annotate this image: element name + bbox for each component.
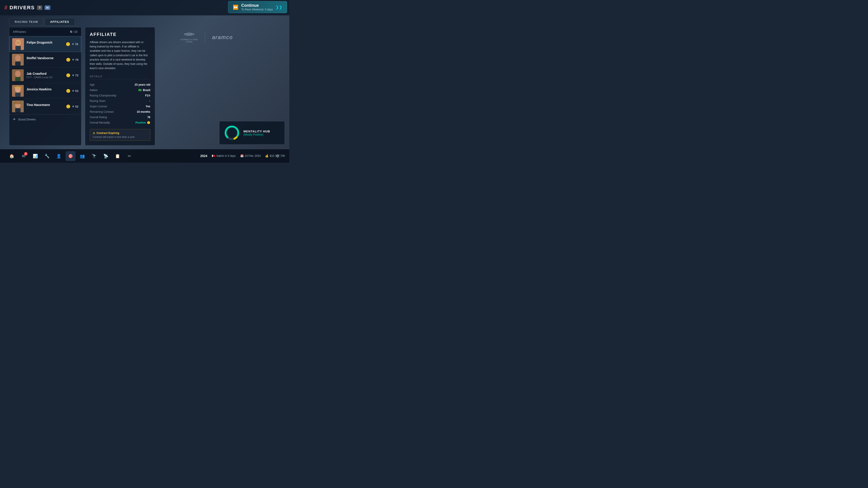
mentality-text-block: MENTALITY HUB (Mostly Positive) (243, 130, 270, 136)
hotkey-badge[interactable]: H (44, 5, 51, 10)
label-mentality: Overall Mentality (90, 121, 110, 124)
driver-item-tina[interactable]: Tina Hausmann - 🙂 ★ 52 (9, 99, 81, 114)
continue-arrow-icon: ❯❯ (276, 5, 282, 10)
value-racing-team: - (149, 99, 150, 103)
svg-point-3 (16, 41, 20, 44)
driver-name-jessica: Jessica Hawkins (26, 88, 66, 91)
value-overall-rating: 76 (147, 116, 150, 119)
location-text: Sakhir in 5 days (216, 154, 236, 158)
driver-team-jessica: - (26, 92, 66, 94)
panel-header: Affiliates 5 / 10 (9, 27, 81, 36)
driver-item-jessica[interactable]: Jessica Hawkins - 🙂 ★ 53 (9, 83, 81, 99)
header: // DRIVERS ? H ⏩ Continue To Race Weeken… (0, 0, 289, 15)
nav-driver[interactable]: 👤 (54, 151, 64, 161)
nation-text: Brazil (143, 89, 150, 92)
nav-contracts[interactable]: 📋 (113, 151, 123, 161)
detail-row-contract: Remaining Contract 10 months (90, 109, 150, 115)
help-badge[interactable]: ? (37, 5, 42, 10)
value-age: 23 years old (135, 83, 150, 86)
page-title: DRIVERS (9, 5, 35, 11)
svg-rect-16 (14, 102, 22, 104)
svg-rect-13 (15, 93, 21, 97)
status-year: 2024 (200, 154, 207, 158)
rating-value-jak: 72 (75, 74, 79, 77)
value-nation: 🇧🇷 Brazil (138, 89, 150, 92)
mentality-hub-title: MENTALITY HUB (243, 130, 270, 133)
details-panel: AFFILIATE Affiliate drivers are drivers … (85, 27, 155, 145)
star-icon-2: ★ (72, 58, 74, 61)
nav-strategy[interactable]: 📡 (101, 151, 111, 161)
scout-drivers-button[interactable]: 👁 Scout Drivers (9, 114, 81, 124)
affiliate-description: Affiliate drivers are drivers associated… (90, 40, 150, 70)
calendar-icon: 📅 (240, 154, 244, 158)
label-overall-rating: Overall Rating (90, 116, 107, 119)
avatar-stoffel (12, 54, 24, 66)
mentality-hub[interactable]: MENTALITY HUB (Mostly Positive) (219, 121, 285, 144)
driver-info-felipe: Felipe Drugovich - (27, 41, 66, 47)
main-content: Affiliates 5 / 10 Felip (9, 27, 155, 145)
svg-point-5 (15, 55, 21, 61)
date-text: 24 Feb, 2024 (245, 154, 261, 158)
aramco-logo: aramco (212, 34, 233, 40)
driver-info-jak: Jak Crawford F2™ - DAMS Lucas Oil (26, 72, 66, 78)
rating-felipe: ★ 76 (72, 42, 78, 46)
nav-mail[interactable]: ✉ 3 (19, 151, 29, 161)
avatar-tina (12, 101, 24, 112)
driver-name-felipe: Felipe Drugovich (27, 41, 66, 44)
driver-team-stoffel: - (26, 60, 66, 63)
location-flag-icon: 🇧🇭 (212, 154, 215, 158)
svg-rect-12 (14, 87, 22, 89)
label-racing-team: Racing Team (90, 99, 105, 103)
driver-team-tina: - (26, 107, 66, 110)
aston-martin-logo: FORMULA ONE TEAM (180, 32, 198, 43)
brazil-flag-icon: 🇧🇷 (138, 89, 142, 92)
avatar-felipe (12, 38, 24, 50)
detail-row-overall-rating: Overall Rating 76 (90, 115, 150, 120)
nav-team[interactable]: 👥 (77, 151, 87, 161)
continue-button[interactable]: ⏩ Continue To Race Weekend, 5 days ❯❯ (228, 1, 287, 13)
svg-point-8 (15, 71, 21, 77)
svg-point-22 (227, 128, 237, 137)
header-title: // DRIVERS ? H (4, 5, 51, 11)
affiliates-panel: Affiliates 5 / 10 Felip (9, 27, 81, 145)
tab-bar: RACING TEAM AFFILIATES (9, 18, 75, 26)
driver-stats-stoffel: 🙂 ★ 78 (66, 58, 79, 62)
label-age: Age (90, 83, 94, 86)
mentality-hub-subtitle: (Mostly Positive) (243, 133, 270, 136)
nav-current[interactable]: 🎯 (66, 151, 75, 161)
nav-stats[interactable]: 📊 (30, 151, 40, 161)
continue-icon: ⏩ (233, 4, 239, 10)
bottom-nav: 🏠 ✉ 3 📊 🔧 👤 🎯 👥 🔭 📡 📋 ✂ ⚙ 2024 🇧🇭 Sakhir… (0, 149, 289, 163)
driver-item-jak[interactable]: Jak Crawford F2™ - DAMS Lucas Oil 🙂 ★ 72 (9, 68, 81, 83)
driver-stats-jessica: 🙂 ★ 53 (66, 89, 79, 93)
value-championship: F1® (145, 94, 150, 97)
nav-car[interactable]: 🔧 (42, 151, 52, 161)
detail-row-championship: Racing Championship F1® (90, 93, 150, 98)
money-text: $15,777,709 (270, 154, 285, 158)
header-slashes: // (4, 5, 7, 11)
tab-racing-team[interactable]: RACING TEAM (9, 18, 43, 26)
label-super-license: Super License (90, 105, 107, 108)
driver-name-tina: Tina Hausmann (26, 103, 66, 107)
driver-name-jak: Jak Crawford (26, 72, 66, 75)
nav-home[interactable]: 🏠 (7, 151, 17, 161)
continue-label: Continue (241, 3, 273, 8)
status-location: 🇧🇭 Sakhir in 5 days (212, 154, 236, 158)
star-icon: ★ (72, 42, 74, 46)
value-contract: 10 months (137, 110, 150, 113)
nav-scout[interactable]: 🔭 (89, 151, 99, 161)
avatar-jak (12, 69, 24, 81)
status-money: 💰 $15,777,709 (265, 154, 285, 158)
label-nation: Nation (90, 89, 98, 92)
driver-list: Felipe Drugovich - 🙂 ★ 76 (9, 36, 81, 114)
driver-item-felipe[interactable]: Felipe Drugovich - 🙂 ★ 76 (9, 36, 81, 52)
count-total: 10 (74, 30, 78, 33)
tab-affiliates[interactable]: AFFILIATES (44, 18, 75, 26)
driver-team-jak: F2™ - DAMS Lucas Oil (26, 76, 66, 78)
svg-rect-17 (15, 108, 21, 112)
driver-team-felipe: - (27, 45, 66, 47)
detail-row-nation: Nation 🇧🇷 Brazil (90, 88, 150, 93)
warning-desc: Contract will expire in less than a year… (93, 135, 147, 138)
nav-tactics[interactable]: ✂ (124, 151, 134, 161)
driver-item-stoffel[interactable]: Stoffel Vandoorne - 🙂 ★ 78 (9, 52, 81, 68)
